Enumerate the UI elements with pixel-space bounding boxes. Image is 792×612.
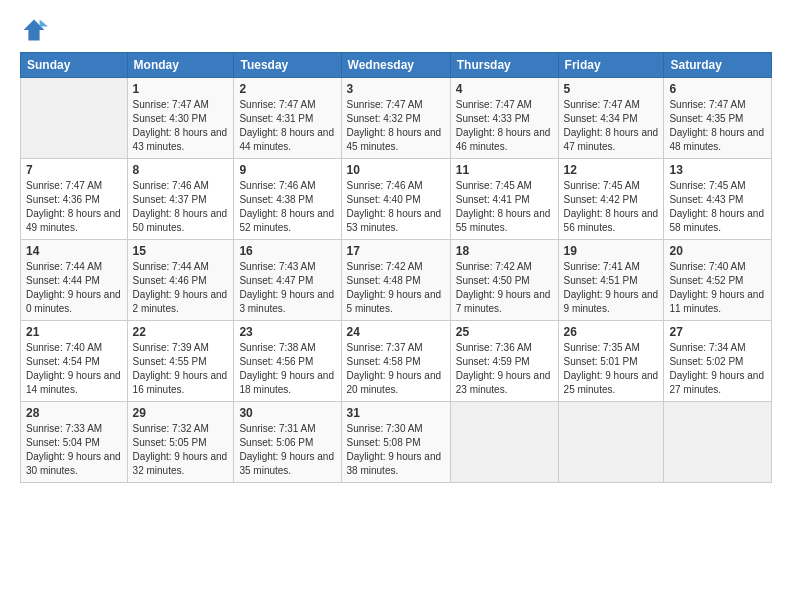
day-number: 14 [26, 244, 122, 258]
calendar-cell: 11Sunrise: 7:45 AMSunset: 4:41 PMDayligh… [450, 159, 558, 240]
day-number: 19 [564, 244, 659, 258]
calendar-cell: 14Sunrise: 7:44 AMSunset: 4:44 PMDayligh… [21, 240, 128, 321]
day-number: 24 [347, 325, 445, 339]
day-info: Sunrise: 7:43 AMSunset: 4:47 PMDaylight:… [239, 260, 335, 316]
day-info: Sunrise: 7:32 AMSunset: 5:05 PMDaylight:… [133, 422, 229, 478]
day-number: 12 [564, 163, 659, 177]
day-info: Sunrise: 7:47 AMSunset: 4:32 PMDaylight:… [347, 98, 445, 154]
day-number: 21 [26, 325, 122, 339]
day-number: 10 [347, 163, 445, 177]
calendar-cell: 12Sunrise: 7:45 AMSunset: 4:42 PMDayligh… [558, 159, 664, 240]
day-info: Sunrise: 7:37 AMSunset: 4:58 PMDaylight:… [347, 341, 445, 397]
calendar-cell [558, 402, 664, 483]
calendar-cell [450, 402, 558, 483]
day-number: 18 [456, 244, 553, 258]
weekday-header: Tuesday [234, 53, 341, 78]
day-number: 30 [239, 406, 335, 420]
calendar-cell: 17Sunrise: 7:42 AMSunset: 4:48 PMDayligh… [341, 240, 450, 321]
day-info: Sunrise: 7:46 AMSunset: 4:38 PMDaylight:… [239, 179, 335, 235]
calendar-cell: 28Sunrise: 7:33 AMSunset: 5:04 PMDayligh… [21, 402, 128, 483]
calendar-cell: 19Sunrise: 7:41 AMSunset: 4:51 PMDayligh… [558, 240, 664, 321]
day-info: Sunrise: 7:39 AMSunset: 4:55 PMDaylight:… [133, 341, 229, 397]
day-info: Sunrise: 7:45 AMSunset: 4:43 PMDaylight:… [669, 179, 766, 235]
calendar-cell: 4Sunrise: 7:47 AMSunset: 4:33 PMDaylight… [450, 78, 558, 159]
day-info: Sunrise: 7:45 AMSunset: 4:42 PMDaylight:… [564, 179, 659, 235]
day-info: Sunrise: 7:42 AMSunset: 4:50 PMDaylight:… [456, 260, 553, 316]
day-number: 6 [669, 82, 766, 96]
day-info: Sunrise: 7:41 AMSunset: 4:51 PMDaylight:… [564, 260, 659, 316]
day-number: 28 [26, 406, 122, 420]
logo [20, 16, 52, 44]
day-info: Sunrise: 7:47 AMSunset: 4:35 PMDaylight:… [669, 98, 766, 154]
day-info: Sunrise: 7:35 AMSunset: 5:01 PMDaylight:… [564, 341, 659, 397]
weekday-header: Saturday [664, 53, 772, 78]
day-number: 16 [239, 244, 335, 258]
day-number: 22 [133, 325, 229, 339]
calendar-week-row: 21Sunrise: 7:40 AMSunset: 4:54 PMDayligh… [21, 321, 772, 402]
day-number: 23 [239, 325, 335, 339]
weekday-header: Sunday [21, 53, 128, 78]
day-info: Sunrise: 7:47 AMSunset: 4:34 PMDaylight:… [564, 98, 659, 154]
calendar-cell: 30Sunrise: 7:31 AMSunset: 5:06 PMDayligh… [234, 402, 341, 483]
day-number: 27 [669, 325, 766, 339]
day-number: 1 [133, 82, 229, 96]
page-container: SundayMondayTuesdayWednesdayThursdayFrid… [0, 0, 792, 493]
calendar-cell: 25Sunrise: 7:36 AMSunset: 4:59 PMDayligh… [450, 321, 558, 402]
calendar-cell: 7Sunrise: 7:47 AMSunset: 4:36 PMDaylight… [21, 159, 128, 240]
day-number: 9 [239, 163, 335, 177]
calendar-cell: 20Sunrise: 7:40 AMSunset: 4:52 PMDayligh… [664, 240, 772, 321]
day-number: 7 [26, 163, 122, 177]
day-info: Sunrise: 7:47 AMSunset: 4:36 PMDaylight:… [26, 179, 122, 235]
day-info: Sunrise: 7:44 AMSunset: 4:44 PMDaylight:… [26, 260, 122, 316]
calendar-cell: 2Sunrise: 7:47 AMSunset: 4:31 PMDaylight… [234, 78, 341, 159]
calendar-cell: 3Sunrise: 7:47 AMSunset: 4:32 PMDaylight… [341, 78, 450, 159]
calendar-body: 1Sunrise: 7:47 AMSunset: 4:30 PMDaylight… [21, 78, 772, 483]
day-info: Sunrise: 7:30 AMSunset: 5:08 PMDaylight:… [347, 422, 445, 478]
calendar-week-row: 14Sunrise: 7:44 AMSunset: 4:44 PMDayligh… [21, 240, 772, 321]
calendar-cell: 26Sunrise: 7:35 AMSunset: 5:01 PMDayligh… [558, 321, 664, 402]
day-number: 2 [239, 82, 335, 96]
day-number: 5 [564, 82, 659, 96]
day-info: Sunrise: 7:45 AMSunset: 4:41 PMDaylight:… [456, 179, 553, 235]
day-number: 13 [669, 163, 766, 177]
day-info: Sunrise: 7:36 AMSunset: 4:59 PMDaylight:… [456, 341, 553, 397]
day-info: Sunrise: 7:31 AMSunset: 5:06 PMDaylight:… [239, 422, 335, 478]
day-info: Sunrise: 7:47 AMSunset: 4:33 PMDaylight:… [456, 98, 553, 154]
calendar-cell: 24Sunrise: 7:37 AMSunset: 4:58 PMDayligh… [341, 321, 450, 402]
weekday-header: Wednesday [341, 53, 450, 78]
day-number: 29 [133, 406, 229, 420]
day-info: Sunrise: 7:38 AMSunset: 4:56 PMDaylight:… [239, 341, 335, 397]
calendar-cell: 27Sunrise: 7:34 AMSunset: 5:02 PMDayligh… [664, 321, 772, 402]
calendar-cell [664, 402, 772, 483]
calendar-week-row: 28Sunrise: 7:33 AMSunset: 5:04 PMDayligh… [21, 402, 772, 483]
day-number: 20 [669, 244, 766, 258]
weekday-header: Thursday [450, 53, 558, 78]
calendar-cell: 13Sunrise: 7:45 AMSunset: 4:43 PMDayligh… [664, 159, 772, 240]
day-number: 31 [347, 406, 445, 420]
day-number: 11 [456, 163, 553, 177]
header [20, 16, 772, 44]
calendar-week-row: 1Sunrise: 7:47 AMSunset: 4:30 PMDaylight… [21, 78, 772, 159]
day-info: Sunrise: 7:34 AMSunset: 5:02 PMDaylight:… [669, 341, 766, 397]
day-number: 8 [133, 163, 229, 177]
day-info: Sunrise: 7:42 AMSunset: 4:48 PMDaylight:… [347, 260, 445, 316]
day-number: 26 [564, 325, 659, 339]
calendar-cell: 23Sunrise: 7:38 AMSunset: 4:56 PMDayligh… [234, 321, 341, 402]
day-info: Sunrise: 7:46 AMSunset: 4:40 PMDaylight:… [347, 179, 445, 235]
calendar-cell: 10Sunrise: 7:46 AMSunset: 4:40 PMDayligh… [341, 159, 450, 240]
day-info: Sunrise: 7:47 AMSunset: 4:31 PMDaylight:… [239, 98, 335, 154]
calendar-cell [21, 78, 128, 159]
day-info: Sunrise: 7:33 AMSunset: 5:04 PMDaylight:… [26, 422, 122, 478]
calendar-cell: 9Sunrise: 7:46 AMSunset: 4:38 PMDaylight… [234, 159, 341, 240]
weekday-header: Monday [127, 53, 234, 78]
day-info: Sunrise: 7:46 AMSunset: 4:37 PMDaylight:… [133, 179, 229, 235]
calendar-cell: 5Sunrise: 7:47 AMSunset: 4:34 PMDaylight… [558, 78, 664, 159]
calendar-cell: 16Sunrise: 7:43 AMSunset: 4:47 PMDayligh… [234, 240, 341, 321]
day-info: Sunrise: 7:44 AMSunset: 4:46 PMDaylight:… [133, 260, 229, 316]
calendar-cell: 6Sunrise: 7:47 AMSunset: 4:35 PMDaylight… [664, 78, 772, 159]
day-number: 3 [347, 82, 445, 96]
day-number: 4 [456, 82, 553, 96]
calendar-cell: 18Sunrise: 7:42 AMSunset: 4:50 PMDayligh… [450, 240, 558, 321]
day-info: Sunrise: 7:40 AMSunset: 4:52 PMDaylight:… [669, 260, 766, 316]
day-info: Sunrise: 7:47 AMSunset: 4:30 PMDaylight:… [133, 98, 229, 154]
